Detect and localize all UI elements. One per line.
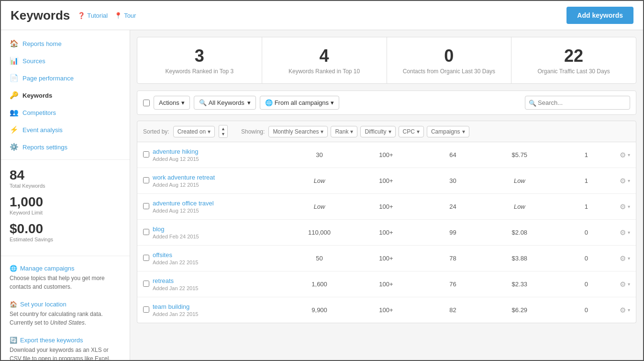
- gear-icon-kw-1[interactable]: ⚙: [620, 151, 626, 159]
- actions-button[interactable]: Actions ▾: [154, 96, 190, 110]
- sidebar: 🏠Reports home📊Sources📄Page performance🔑K…: [1, 30, 130, 360]
- cell-campaigns-kw-5: 0: [553, 255, 620, 262]
- cell-rank-kw-6: 100+: [353, 281, 419, 288]
- set-location-link[interactable]: 🏠 Set your location: [10, 301, 121, 308]
- cell-campaigns-kw-7: 0: [553, 306, 620, 314]
- gear-icon-kw-4[interactable]: ⚙: [620, 228, 626, 237]
- row-checkbox-kw-1[interactable]: [143, 151, 149, 158]
- chevron-down-icon: ▾: [350, 128, 353, 135]
- sidebar-item-page-performance[interactable]: 📄Page performance: [1, 69, 130, 87]
- set-location-icon: 🏠: [10, 301, 17, 308]
- cell-difficulty-kw-2: 30: [420, 177, 486, 184]
- keyword-link-kw-2[interactable]: work adventure retreat: [153, 174, 215, 181]
- manage-campaigns-link[interactable]: 🌐 Manage campaigns: [10, 265, 121, 272]
- export-keywords-icon: 🔄: [10, 337, 17, 344]
- select-all-checkbox[interactable]: [143, 100, 150, 106]
- cell-cpc-kw-6: $2.33: [486, 281, 553, 288]
- gear-icon-kw-5[interactable]: ⚙: [620, 254, 626, 263]
- chevron-icon-kw-5[interactable]: ▾: [628, 256, 630, 261]
- sidebar-item-sources[interactable]: 📊Sources: [1, 52, 130, 69]
- column-select-cpc[interactable]: CPC▾: [399, 126, 424, 137]
- gear-icon-kw-2[interactable]: ⚙: [620, 177, 626, 185]
- stats-bar: 3Keywords Ranked in Top 34Keywords Ranke…: [137, 37, 636, 84]
- page-performance-icon: 📄: [10, 74, 19, 82]
- chevron-down-icon: ▾: [208, 128, 211, 135]
- row-actions-kw-3: ⚙ ▾: [620, 203, 630, 211]
- chevron-icon-kw-4[interactable]: ▾: [628, 230, 630, 235]
- chevron-icon-kw-3[interactable]: ▾: [628, 204, 630, 209]
- keyword-added-kw-3: Added Aug 12 2015: [153, 208, 286, 214]
- toolbar: Actions ▾ 🔍 All Keywords ▾ 🌐 From all ca…: [137, 90, 636, 115]
- sources-icon: 📊: [10, 56, 19, 65]
- row-checkbox-kw-3[interactable]: [143, 203, 149, 209]
- tutorial-link[interactable]: ❓ Tutorial: [78, 12, 108, 19]
- sidebar-item-reports-settings[interactable]: ⚙️Reports settings: [1, 138, 130, 156]
- sort-by-select[interactable]: Created on ▾: [173, 126, 215, 137]
- search-small-icon: 🔍: [199, 99, 207, 106]
- chevron-icon-kw-1[interactable]: ▾: [628, 152, 630, 158]
- keyword-link-kw-3[interactable]: adventure office travel: [153, 200, 214, 207]
- cell-rank-kw-3: 100+: [353, 203, 419, 210]
- keyword-link-kw-4[interactable]: blog: [153, 226, 165, 233]
- export-keywords-link[interactable]: 🔄 Export these keywords: [10, 337, 121, 344]
- keyword-table: adventure hiking Added Aug 12 2015 30 10…: [137, 142, 636, 323]
- column-select-difficulty[interactable]: Difficulty▾: [360, 126, 395, 137]
- cell-rank-kw-4: 100+: [353, 229, 419, 236]
- column-select-monthly-searches[interactable]: Monthly Searches▾: [268, 126, 328, 137]
- page-title: Keywords: [11, 8, 70, 23]
- stat-card-ranked-top10: 4Keywords Ranked in Top 10: [262, 37, 387, 83]
- row-checkbox-kw-5[interactable]: [143, 255, 149, 261]
- cell-cpc-kw-4: $2.08: [486, 229, 553, 236]
- row-checkbox-kw-4[interactable]: [143, 229, 149, 235]
- chevron-icon-kw-2[interactable]: ▾: [628, 178, 630, 183]
- row-checkbox-kw-2[interactable]: [143, 177, 149, 183]
- cell-campaigns-kw-3: 1: [553, 203, 620, 210]
- row-checkbox-kw-6[interactable]: [143, 281, 149, 287]
- sidebar-action-set-location: 🏠 Set your location Set country for calc…: [1, 296, 130, 332]
- row-actions-kw-1: ⚙ ▾: [620, 151, 630, 159]
- chevron-icon-kw-6[interactable]: ▾: [628, 282, 630, 287]
- column-select-rank[interactable]: Rank▾: [331, 126, 357, 137]
- sidebar-item-keywords[interactable]: 🔑Keywords: [1, 87, 130, 104]
- sidebar-item-label: Keywords: [22, 92, 52, 99]
- sort-direction-toggle[interactable]: ▲ ▼: [219, 125, 228, 138]
- sidebar-item-reports-home[interactable]: 🏠Reports home: [1, 35, 130, 52]
- row-checkbox-kw-7[interactable]: [143, 306, 149, 313]
- column-select-campaigns[interactable]: Campaigns▾: [427, 126, 469, 137]
- search-icon: 🔍: [529, 99, 536, 106]
- search-input[interactable]: [525, 96, 630, 110]
- gear-icon-kw-7[interactable]: ⚙: [620, 306, 626, 315]
- table-row: retreats Added Jan 22 2015 1,600 100+ 76…: [137, 271, 636, 297]
- manage-campaigns-icon: 🌐: [10, 265, 17, 272]
- sidebar-item-competitors[interactable]: 👥Competitors: [1, 104, 130, 121]
- stat-card-organic-traffic: 22Organic Traffic Last 30 Days: [511, 37, 636, 83]
- filter-keywords-select[interactable]: 🔍 All Keywords ▾: [194, 96, 256, 110]
- sidebar-item-label: Competitors: [22, 109, 56, 116]
- add-keywords-button[interactable]: Add keywords: [566, 7, 633, 24]
- cell-cpc-kw-3: Low: [486, 203, 553, 210]
- cell-difficulty-kw-1: 64: [420, 151, 486, 158]
- cell-searches-kw-4: 110,000: [286, 229, 353, 236]
- sidebar-item-event-analysis[interactable]: ⚡Event analysis: [1, 121, 130, 138]
- row-actions-kw-4: ⚙ ▾: [620, 228, 630, 237]
- cell-difficulty-kw-4: 99: [420, 229, 486, 236]
- cell-searches-kw-6: 1,600: [286, 281, 353, 288]
- cell-rank-kw-1: 100+: [353, 151, 419, 158]
- cell-campaigns-kw-1: 1: [553, 151, 620, 158]
- search-wrapper: 🔍: [525, 96, 630, 110]
- gear-icon-kw-3[interactable]: ⚙: [620, 203, 626, 211]
- gear-icon-kw-6[interactable]: ⚙: [620, 280, 626, 289]
- row-actions-kw-2: ⚙ ▾: [620, 177, 630, 185]
- chevron-icon-kw-7[interactable]: ▾: [628, 307, 630, 313]
- cell-cpc-kw-2: Low: [486, 177, 553, 184]
- sidebar-item-label: Page performance: [22, 75, 74, 82]
- sidebar-actions: 🌐 Manage campaigns Choose topics that he…: [1, 260, 130, 360]
- sidebar-item-label: Event analysis: [22, 126, 63, 134]
- keyword-link-kw-1[interactable]: adventure hiking: [153, 148, 198, 155]
- keyword-link-kw-5[interactable]: offsites: [153, 251, 172, 259]
- tour-link[interactable]: 📍 Tour: [114, 12, 136, 19]
- keyword-link-kw-6[interactable]: retreats: [153, 277, 174, 284]
- keyword-link-kw-7[interactable]: team building: [153, 303, 189, 310]
- sidebar-stat-keyword-limit: 1,000Keyword Limit: [10, 194, 121, 215]
- campaign-filter-select[interactable]: 🌐 From all campaigns ▾: [260, 96, 339, 110]
